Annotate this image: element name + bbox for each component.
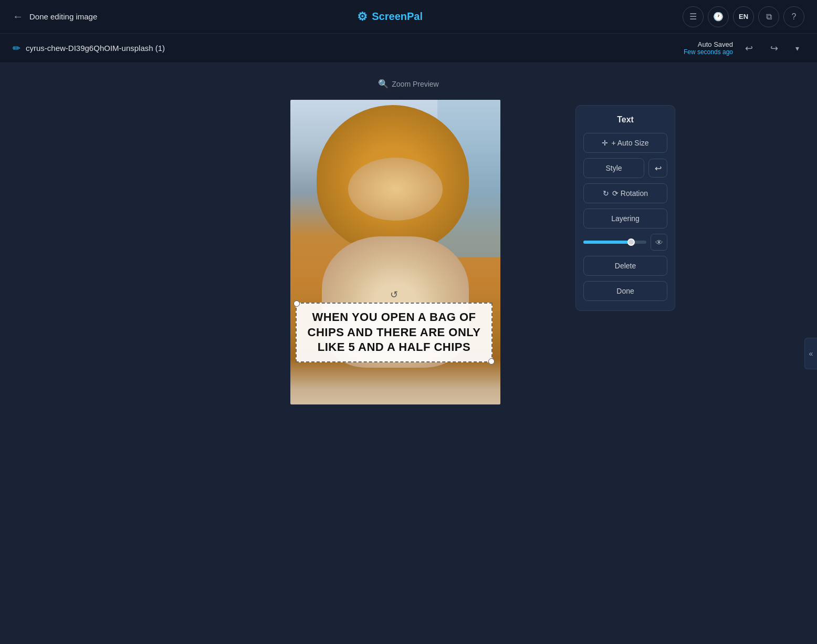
auto-saved-area: Auto Saved Few seconds ago — [684, 40, 733, 56]
opacity-row: 👁 — [583, 234, 667, 251]
zoom-preview-label: Zoom Preview — [392, 80, 438, 88]
done-label: Done — [616, 287, 634, 295]
top-nav-right: ☰ 🕐 EN ⧉ ? — [683, 6, 804, 27]
toolbar-dropdown-button[interactable]: ▾ — [790, 41, 804, 56]
help-icon-button[interactable]: ? — [783, 6, 804, 27]
done-button[interactable]: Done — [583, 281, 667, 301]
back-arrow-icon: ← — [13, 11, 23, 23]
screenpal-logo-icon: ⚙ — [357, 10, 368, 24]
opacity-eye-button[interactable]: 👁 — [651, 234, 667, 251]
opacity-slider-track[interactable] — [583, 241, 646, 244]
text-overlay[interactable]: ↺ WHEN YOU OPEN A BAG OF CHIPS AND THERE… — [296, 303, 493, 362]
auto-saved-title: Auto Saved — [684, 40, 733, 48]
delete-button[interactable]: Delete — [583, 256, 667, 276]
cat-face — [348, 158, 443, 221]
second-toolbar: ✏ cyrus-chew-DI39g6QhOIM-unsplash (1) Au… — [0, 34, 817, 63]
language-button[interactable]: EN — [733, 6, 754, 27]
toolbar-right: Auto Saved Few seconds ago ↩ ↪ ▾ — [684, 39, 804, 58]
layering-button[interactable]: Layering — [583, 209, 667, 228]
auto-size-button[interactable]: ✛ + Auto Size — [583, 133, 667, 153]
rotation-label: ⟳ Rotation — [612, 189, 648, 198]
file-edit-icon: ✏ — [13, 43, 20, 54]
auto-size-icon: ✛ — [602, 139, 608, 147]
rotation-icon: ↻ — [603, 189, 609, 198]
history-icon-button[interactable]: 🕐 — [708, 6, 729, 27]
canvas-wrapper: ↺ WHEN YOU OPEN A BAG OF CHIPS AND THERE… — [290, 100, 527, 410]
main-area: 🔍 Zoom Preview ↺ WHEN YOU OPEN A BAG OF … — [0, 63, 817, 644]
zoom-preview-bar[interactable]: 🔍 Zoom Preview — [378, 79, 438, 89]
menu-icon-button[interactable]: ☰ — [683, 6, 704, 27]
style-button[interactable]: Style — [583, 158, 644, 178]
undo-button[interactable]: ↩ — [739, 39, 758, 58]
layering-label: Layering — [611, 214, 640, 223]
collapse-chevron-icon: « — [809, 349, 813, 358]
style-reset-button[interactable]: ↩ — [648, 159, 667, 178]
style-row: Style ↩ — [583, 158, 667, 178]
overlay-text-content[interactable]: WHEN YOU OPEN A BAG OF CHIPS AND THERE A… — [305, 310, 483, 355]
eye-icon: 👁 — [655, 238, 663, 247]
logo-text: ScreenPal — [372, 11, 423, 23]
auto-saved-sub: Few seconds ago — [684, 48, 733, 56]
done-editing-label: Done editing image — [29, 12, 97, 21]
text-panel: Text ✛ + Auto Size Style ↩ ↻ ⟳ Rotation … — [575, 105, 675, 311]
resize-handle-bottom-right[interactable] — [488, 358, 495, 365]
opacity-slider-thumb[interactable] — [627, 238, 635, 246]
zoom-icon: 🔍 — [378, 79, 389, 89]
file-name: cyrus-chew-DI39g6QhOIM-unsplash (1) — [26, 44, 165, 53]
file-title-area: ✏ cyrus-chew-DI39g6QhOIM-unsplash (1) — [13, 43, 165, 54]
rotation-button[interactable]: ↻ ⟳ Rotation — [583, 183, 667, 203]
logo-area: ⚙ ScreenPal — [357, 10, 423, 24]
right-collapse-button[interactable]: « — [804, 338, 817, 369]
delete-label: Delete — [615, 262, 636, 270]
style-label: Style — [605, 164, 622, 172]
auto-size-label: + Auto Size — [611, 139, 648, 147]
layers-icon-button[interactable]: ⧉ — [758, 6, 779, 27]
panel-title: Text — [583, 115, 667, 124]
done-editing-button[interactable]: ← Done editing image — [13, 11, 97, 23]
top-nav: ← Done editing image ⚙ ScreenPal ☰ 🕐 EN … — [0, 0, 817, 34]
style-reset-icon: ↩ — [655, 163, 662, 173]
resize-handle-top-left[interactable] — [294, 300, 300, 307]
redo-button[interactable]: ↪ — [764, 39, 783, 58]
rotate-handle[interactable]: ↺ — [390, 289, 398, 300]
